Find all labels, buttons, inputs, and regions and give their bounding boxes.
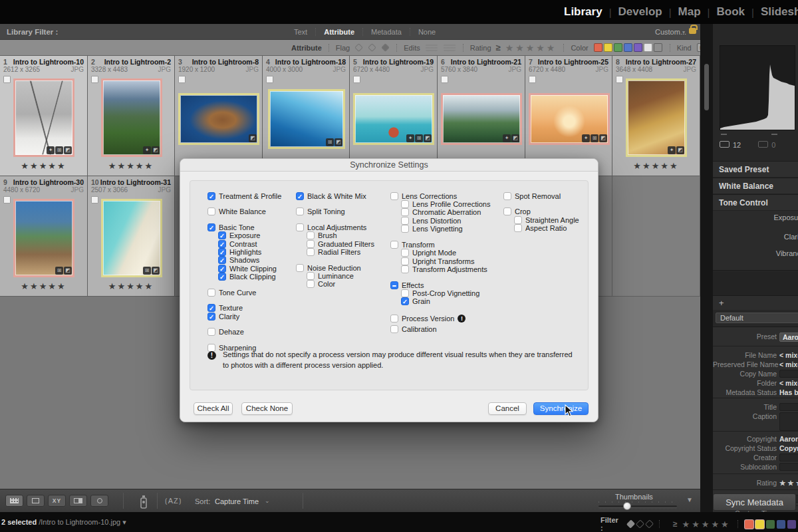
adj-badge-icon[interactable]: ◩ [64, 146, 72, 154]
adj-badge-icon[interactable]: ◩ [152, 267, 160, 275]
metadata-rating-stars[interactable]: ★ ★ ★ [779, 479, 798, 487]
sort-direction-icon[interactable]: ⟮AZ⟯ [165, 497, 182, 505]
checkbox-off[interactable] [390, 325, 398, 333]
checkbox-off[interactable] [390, 192, 398, 200]
crop-badge-icon[interactable]: ⊞ [591, 134, 598, 142]
checkbox-off[interactable] [503, 207, 511, 215]
sync-option-process-version[interactable]: Process Version! [390, 315, 466, 323]
photo-thumbnail[interactable]: ✦◩ [441, 93, 522, 145]
keywording-panel-header[interactable]: + [713, 295, 798, 310]
sort-caret-icon[interactable]: ⌄ [265, 497, 270, 504]
panel-section-tone-control[interactable]: Tone Control [713, 194, 798, 211]
sync-option-transform[interactable]: Transform [390, 240, 435, 249]
filter-rating-stars[interactable]: ★★★★★ [682, 519, 730, 529]
checkbox-off[interactable] [401, 225, 409, 233]
sync-option-spot-removal[interactable]: Spot Removal [503, 192, 561, 200]
sync-option-highlights[interactable]: ✓Highlights [218, 247, 261, 256]
color-swatch-2[interactable] [614, 43, 622, 52]
photo-cell-2[interactable]: 2 Intro to Lightroom-2 3328 x 4483 JPG ✦… [88, 56, 175, 176]
sort-value-dropdown[interactable]: Capture Time [215, 497, 259, 505]
sync-option-graduated-filters[interactable]: Graduated Filters [307, 239, 374, 248]
cell-flag-checkbox[interactable] [529, 76, 536, 83]
photo-thumbnail[interactable]: ✦⊞◩ [529, 93, 610, 145]
sync-option-contrast[interactable]: ✓Contrast [218, 239, 257, 248]
metadata-input[interactable] [779, 463, 798, 471]
sync-metadata-button[interactable]: Sync Metadata [713, 493, 796, 511]
crop-badge-icon[interactable]: ⊞ [326, 138, 334, 146]
filter-flag-reject-icon[interactable] [645, 519, 654, 528]
photo-cell-1[interactable]: 1 Intro to Lightroom-10 2612 x 3265 JPG … [0, 56, 88, 176]
sync-option-chromatic-aberration[interactable]: Chromatic Aberration [401, 208, 481, 217]
sync-option-calibration[interactable]: Calibration [390, 325, 437, 333]
checkbox-off[interactable] [307, 231, 315, 239]
rating-stars-filter[interactable]: ★★★★★ [505, 43, 557, 53]
filter-rating-operator[interactable]: ≥ [673, 519, 678, 529]
sync-option-upright-transforms[interactable]: Upright Transforms [401, 257, 475, 265]
checkbox-off[interactable] [401, 200, 409, 208]
sync-option-black-white-mix[interactable]: ✓Black & White Mix [296, 192, 366, 200]
checkbox-on[interactable]: ✓ [218, 248, 226, 256]
adj-badge-icon[interactable]: ◩ [676, 146, 684, 154]
crop-badge-icon[interactable]: ⊞ [55, 146, 63, 154]
metadata-input[interactable] [779, 454, 798, 462]
sync-option-color[interactable]: Color [307, 280, 335, 289]
checkbox-off[interactable] [401, 257, 409, 265]
tag-badge-icon[interactable]: ✦ [143, 146, 151, 154]
tag-badge-icon[interactable]: ✦ [47, 146, 55, 154]
checkbox-off[interactable] [503, 192, 511, 200]
checkbox-on[interactable]: ✓ [218, 256, 226, 264]
checkbox-off[interactable] [307, 248, 315, 256]
filter-flag-pick-icon[interactable] [626, 519, 634, 528]
filter-color-swatch-3[interactable] [777, 520, 785, 529]
filter-color-swatch-2[interactable] [766, 520, 775, 529]
checkbox-on[interactable]: ✓ [218, 240, 226, 248]
preset-value-dropdown[interactable]: Aaron [779, 332, 798, 342]
color-swatch-6[interactable] [654, 43, 662, 52]
filter-tab-attribute[interactable]: Attribute [315, 28, 362, 36]
rating-operator[interactable]: ≥ [496, 43, 501, 53]
sync-option-straighten-angle[interactable]: Straighten Angle [514, 215, 579, 224]
checkbox-off[interactable] [401, 289, 409, 297]
crop-badge-icon[interactable]: ⊞ [55, 267, 63, 275]
tag-badge-icon[interactable]: ✦ [503, 134, 511, 142]
photo-thumbnail[interactable]: ⊞◩ [101, 199, 162, 277]
filter-color-swatch-4[interactable] [787, 520, 796, 529]
sync-option-basic-tone[interactable]: ✓Basic Tone [207, 223, 255, 231]
filter-lock-icon[interactable] [689, 28, 696, 34]
sync-option-upright-mode[interactable]: Upright Mode [401, 249, 456, 257]
cell-star-rating[interactable]: ★★★★★ [88, 161, 174, 171]
cell-flag-checkbox[interactable] [3, 76, 11, 83]
checkbox-off[interactable] [401, 217, 409, 225]
module-map[interactable]: Map [672, 5, 708, 19]
cell-flag-checkbox[interactable] [91, 76, 98, 83]
cell-flag-checkbox[interactable] [91, 196, 98, 203]
checkbox-off[interactable] [401, 208, 409, 216]
checkbox-off[interactable] [207, 207, 215, 215]
sync-option-lens-corrections[interactable]: Lens Corrections [390, 192, 457, 200]
sync-option-treatment-profile[interactable]: ✓Treatment & Profile [207, 192, 281, 200]
sync-option-noise-reduction[interactable]: Noise Reduction [296, 263, 361, 272]
adj-badge-icon[interactable]: ◩ [249, 134, 257, 142]
photo-thumbnail[interactable]: ✦⊞◩ [13, 78, 74, 157]
metadata-input[interactable] [779, 370, 798, 378]
checkbox-on[interactable]: ✓ [207, 304, 215, 312]
checkbox-off[interactable] [514, 224, 522, 232]
cell-flag-checkbox[interactable] [178, 76, 186, 83]
photo-thumbnail[interactable]: ✦◩ [101, 78, 162, 157]
grid-view-button[interactable] [5, 495, 23, 507]
adj-badge-icon[interactable]: ◩ [152, 146, 160, 154]
cell-star-rating[interactable]: ★★★★★ [88, 281, 174, 291]
sync-option-shadows[interactable]: ✓Shadows [218, 256, 259, 265]
color-swatch-0[interactable] [594, 43, 602, 52]
color-swatch-3[interactable] [624, 43, 632, 52]
tag-badge-icon[interactable]: ✦ [406, 134, 414, 142]
selection-status[interactable]: 2 selected /Intro to Lightroom-10.jpg ▾ [1, 518, 126, 527]
checkbox-off[interactable] [296, 264, 304, 272]
sync-option-split-toning[interactable]: Split Toning [296, 207, 345, 216]
filter-color-swatch-1[interactable] [755, 520, 764, 529]
sync-option-tone-curve[interactable]: Tone Curve [207, 288, 256, 297]
photo-cell-9[interactable]: 9 Intro to Lightroom-30 4480 x 6720 JPG … [0, 176, 88, 297]
sync-option-brush[interactable]: Brush [307, 231, 337, 240]
color-swatch-5[interactable] [644, 43, 652, 52]
adj-badge-icon[interactable]: ◩ [511, 134, 519, 142]
